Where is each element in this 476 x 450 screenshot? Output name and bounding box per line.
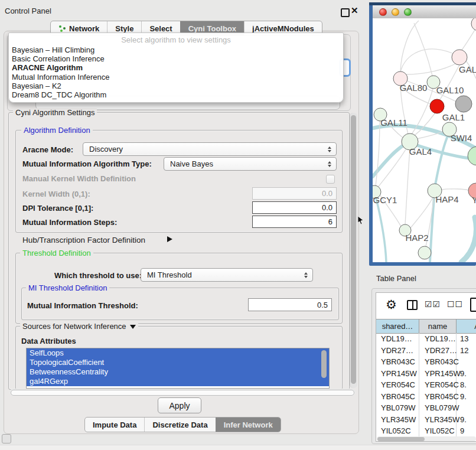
table-panel-title: Table Panel	[376, 274, 416, 283]
algorithm-dropdown-placeholder: Select algorithm to view settings	[9, 34, 343, 45]
mi-threshold-input[interactable]: 0.5	[248, 298, 332, 311]
mi-algorithm-type-combobox[interactable]: Naive Bayes	[164, 157, 337, 171]
network-node[interactable]	[471, 18, 476, 31]
network-window: GALGAL80GAL10GAL11GAL1GAL4SWI4GCY1HAP4YH…	[369, 2, 476, 266]
which-threshold-label: Which threshold to use:	[54, 271, 142, 280]
table-cell: YDR27…	[419, 345, 457, 357]
algorithm-option-basic-correlation-inference[interactable]: Basic Correlation Inference	[9, 54, 343, 63]
data-attributes-list[interactable]: SelfLoopsTopologicalCoefficientBetweenne…	[26, 348, 330, 389]
table-cell: YDR27…	[376, 345, 419, 357]
network-canvas[interactable]: GALGAL80GAL10GAL11GAL1GAL4SWI4GCY1HAP4YH…	[373, 18, 476, 262]
table-cell: YBR043C	[376, 356, 419, 368]
cyni-algorithm-settings-legend: Cyni Algorithm Settings	[13, 108, 97, 117]
manual-kernel-width-checkbox[interactable]	[326, 175, 335, 184]
network-node-swi4[interactable]	[468, 146, 476, 165]
table-cell: YBR043C	[419, 356, 457, 368]
hub-section-label[interactable]: Hub/Transcription Factor Definition	[22, 236, 145, 244]
which-threshold-value: MI Threshold	[147, 270, 192, 279]
node-label-gal1: GAL1	[442, 112, 465, 122]
attribute-gal4rgexp[interactable]: gal4RGexp	[27, 377, 329, 386]
column-view-icon[interactable]	[407, 300, 418, 310]
network-icon	[58, 25, 66, 32]
table-row[interactable]: YBL079WYBL079W	[376, 402, 476, 414]
network-node[interactable]	[430, 99, 444, 113]
attribute-selfloops[interactable]: SelfLoops	[27, 348, 329, 358]
table-row[interactable]: YPR145WYPR145W9.	[376, 368, 476, 380]
algorithm-option-bayesian-hill-climbing[interactable]: Bayesian – Hill Climbing	[9, 45, 343, 54]
tab-discretize-data[interactable]: Discretize Data	[144, 418, 215, 432]
settings-horizontal-scrollbar-thumb[interactable]	[11, 390, 354, 396]
table-cell: YBR045C	[419, 391, 457, 403]
table-row[interactable]: YBR045CYBR045C9.	[376, 391, 476, 403]
zoom-traffic-icon[interactable]	[404, 8, 412, 16]
settings-vertical-scrollbar[interactable]	[350, 113, 357, 388]
tab-impute-data[interactable]: Impute Data	[85, 418, 144, 432]
algorithm-option-mutual-information-inference[interactable]: Mutual Information Inference	[9, 73, 343, 81]
mi-threshold-definition-legend: MI Threshold Definition	[26, 283, 109, 292]
deselect-all-icon[interactable]	[447, 299, 463, 309]
table-cell: 9.	[457, 391, 476, 403]
control-panel-title: Control Panel	[5, 6, 51, 15]
gear-icon[interactable]	[386, 298, 397, 311]
select-all-icon[interactable]	[425, 299, 441, 309]
network-node[interactable]	[455, 96, 472, 112]
attribute-topologicalcoefficient[interactable]: TopologicalCoefficient	[27, 358, 329, 367]
aracne-mode-combobox[interactable]: Discovery	[83, 142, 337, 156]
table-cell: YPR145W	[376, 368, 419, 380]
stepper-arrows-icon	[328, 146, 331, 152]
table-panel-body: shared…nameA YDL19…YDL19…13YDR27…YDR27…1…	[376, 292, 476, 442]
table-horizontal-scrollbar[interactable]	[377, 436, 476, 441]
node-label-gal4: GAL4	[409, 146, 432, 156]
table-row[interactable]: YDL19…YDL19…13	[376, 333, 476, 345]
column-header-a[interactable]: A	[457, 319, 476, 333]
dock-panel-icon[interactable]	[2, 434, 11, 444]
algorithm-option-aracne-algorithm[interactable]: ARACNE Algorithm	[9, 63, 343, 72]
column-header-shared[interactable]: shared…	[376, 319, 419, 333]
network-window-titlebar[interactable]	[373, 5, 476, 19]
node-label-swi4: SWI4	[451, 133, 472, 143]
sources-legend-text: Sources for Network Inference	[22, 322, 126, 331]
tab-infer-network-label: Infer Network	[224, 420, 273, 429]
table-row[interactable]: YDR27…YDR27…12	[376, 345, 476, 357]
tab-select-label: Select	[149, 24, 172, 33]
file-icon[interactable]	[470, 298, 476, 312]
table-row[interactable]: YER054CYER054C8.	[376, 379, 476, 391]
attributes-list-scrollbar[interactable]	[321, 350, 327, 378]
aracne-mode-label: Aracne Mode:	[22, 145, 73, 154]
settings-horizontal-scrollbar[interactable]	[9, 389, 356, 396]
algorithm-option-bayesian-k2[interactable]: Bayesian – K2	[9, 81, 343, 90]
tab-infer-network[interactable]: Infer Network	[216, 418, 281, 432]
table-horizontal-scrollbar-thumb[interactable]	[377, 437, 425, 441]
mi-steps-input[interactable]: 6	[252, 216, 337, 228]
node-label-y: Y	[472, 195, 476, 205]
network-node-gal[interactable]	[452, 50, 467, 65]
node-label-gal: GAL	[459, 64, 476, 74]
settings-vertical-scrollbar-thumb[interactable]	[351, 115, 356, 384]
table-row[interactable]: YBR043CYBR043C	[376, 356, 476, 368]
close-traffic-icon[interactable]	[379, 8, 387, 16]
column-header-name[interactable]: name	[419, 319, 457, 333]
mi-threshold-label: Mutual Information Threshold:	[27, 301, 138, 310]
algorithm-option-dream8-dc-tdc-algorithm[interactable]: Dream8 DC_TDC Algorithm	[9, 90, 343, 99]
network-node[interactable]	[418, 246, 431, 259]
mi-steps-label: Mutual Information Steps:	[22, 218, 117, 227]
float-icon[interactable]	[341, 8, 350, 17]
bottom-strip	[0, 445, 476, 450]
table-cell: 8.	[457, 379, 476, 391]
sources-legend[interactable]: Sources for Network Inference	[20, 322, 138, 331]
collapse-arrow-icon[interactable]	[130, 325, 136, 329]
table-row[interactable]: YIL052CYIL052C9	[376, 425, 476, 437]
apply-button[interactable]: Apply	[158, 397, 201, 413]
table-row[interactable]: YLR345WYLR345W9.	[376, 414, 476, 426]
node-label-hap4: HAP4	[435, 194, 458, 204]
minimize-traffic-icon[interactable]	[392, 8, 399, 16]
attribute-betweennesscentrality[interactable]: BetweennessCentrality	[27, 367, 329, 377]
expand-arrow-icon[interactable]	[167, 236, 172, 242]
which-threshold-combobox[interactable]: MI Threshold	[141, 268, 313, 282]
dpi-tolerance-input[interactable]: 0.0	[252, 201, 337, 214]
tab-jactivemnodules-label: jActiveMNodules	[252, 24, 314, 33]
node-label-gcy1: GCY1	[373, 195, 397, 205]
close-icon[interactable]	[351, 6, 358, 15]
threshold-definition-legend: Threshold Definition	[20, 249, 93, 257]
table-cell	[457, 356, 476, 368]
